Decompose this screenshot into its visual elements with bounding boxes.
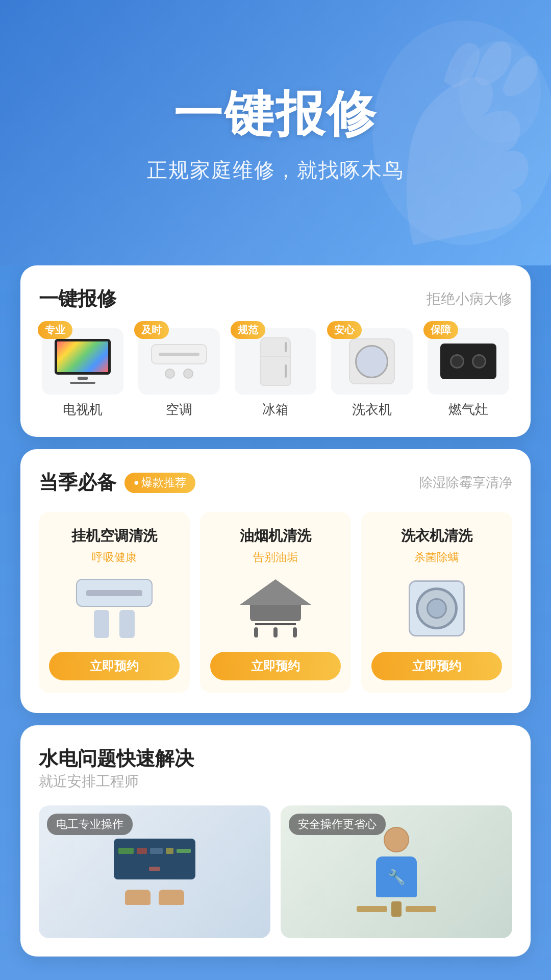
hood-cleaning-tag: 告别油垢 <box>253 550 298 565</box>
appliance-fridge[interactable]: 规范 冰箱 <box>232 328 320 419</box>
seasonal-title-row: 当季必备 ● 爆款推荐 <box>39 470 195 496</box>
appliance-stove[interactable]: 保障 燃气灶 <box>424 328 512 419</box>
ac-cleaning-image <box>49 575 180 642</box>
plumbing-images: 电工专业操作 🔧 <box>39 805 512 938</box>
ac-label: 空调 <box>166 401 192 419</box>
appliance-row: 专业 电视机 及时 <box>39 328 512 419</box>
stove-image-wrap: 保障 <box>428 328 509 395</box>
washer-cleaning-book-button[interactable]: 立即预约 <box>371 652 502 680</box>
ac-image-wrap: 及时 <box>138 328 220 395</box>
ac-badge: 及时 <box>134 321 169 339</box>
repair-card-header: 一键报修 拒绝小病大修 <box>39 286 512 312</box>
seasonal-subtitle: 除湿除霉享清净 <box>419 474 512 492</box>
appliance-washer[interactable]: 安心 洗衣机 <box>328 328 416 419</box>
hot-badge: ● 爆款推荐 <box>124 473 195 493</box>
fridge-badge: 规范 <box>231 321 265 339</box>
washer-cleaning-title: 洗衣机清洗 <box>401 526 472 546</box>
hero-subtitle: 正规家庭维修，就找啄木鸟 <box>147 156 404 184</box>
washer-cleaning-image <box>371 575 502 642</box>
hot-badge-text: 爆款推荐 <box>141 475 186 491</box>
hood-cleaning-image <box>210 575 341 642</box>
washer-icon <box>341 338 403 384</box>
plumbing-image[interactable]: 🔧 安全操作更省心 <box>281 805 512 938</box>
hood-cleaning-book-button[interactable]: 立即预约 <box>210 652 341 680</box>
fridge-image-wrap: 规范 <box>235 328 316 395</box>
appliance-ac[interactable]: 及时 空调 <box>135 328 223 419</box>
tv-icon <box>52 338 113 384</box>
plumbing-header: 水电问题快速解决 就近安排工程师 <box>39 746 512 791</box>
hero-section: 一键报修 正规家庭维修，就找啄木鸟 <box>0 0 551 265</box>
plumbing-subtitle: 就近安排工程师 <box>39 772 512 791</box>
ac-cleaning-book-button[interactable]: 立即预约 <box>49 652 180 680</box>
hero-title: 一键报修 <box>173 82 378 148</box>
appliance-tv[interactable]: 专业 电视机 <box>39 328 127 419</box>
seasonal-title: 当季必备 <box>39 470 116 496</box>
washer-cleaning-card[interactable]: 洗衣机清洗 杀菌除螨 立即预约 <box>361 512 512 693</box>
stove-label: 燃气灶 <box>448 401 488 419</box>
service-cards: 挂机空调清洗 呼吸健康 立即预约 <box>39 512 512 693</box>
ac-cleaning-tag: 呼吸健康 <box>92 550 137 565</box>
repair-card-subtitle: 拒绝小病大修 <box>427 289 512 309</box>
plumbing-title: 水电问题快速解决 <box>39 746 512 772</box>
tv-image-wrap: 专业 <box>42 328 123 395</box>
stove-icon <box>438 338 499 384</box>
fridge-icon <box>245 338 306 384</box>
seasonal-card: 当季必备 ● 爆款推荐 除湿除霉享清净 挂机空调清洗 呼吸健康 <box>20 449 531 713</box>
ac-cleaning-title: 挂机空调清洗 <box>71 526 157 546</box>
hood-cleaning-card[interactable]: 油烟机清洗 告别油垢 立即预约 <box>200 512 351 693</box>
repair-card-title: 一键报修 <box>39 286 116 312</box>
washer-cleaning-tag: 杀菌除螨 <box>414 550 459 565</box>
plumbing-card: 水电问题快速解决 就近安排工程师 <box>20 725 531 957</box>
washer-image-wrap: 安心 <box>331 328 413 395</box>
washer-label: 洗衣机 <box>352 401 392 419</box>
stove-badge: 保障 <box>423 321 458 339</box>
washer-badge: 安心 <box>327 321 362 339</box>
ac-cleaning-card[interactable]: 挂机空调清洗 呼吸健康 立即预约 <box>39 512 190 693</box>
repair-card: 一键报修 拒绝小病大修 专业 电视机 <box>20 265 531 437</box>
electrical-label: 电工专业操作 <box>47 814 133 835</box>
seasonal-header: 当季必备 ● 爆款推荐 除湿除霉享清净 <box>39 470 512 496</box>
tv-badge: 专业 <box>38 321 72 339</box>
ac-icon <box>148 338 210 384</box>
safety-label: 安全操作更省心 <box>289 814 386 835</box>
hood-cleaning-title: 油烟机清洗 <box>240 526 311 546</box>
tv-label: 电视机 <box>63 401 103 419</box>
electrical-image[interactable]: 电工专业操作 <box>39 805 270 938</box>
fridge-label: 冰箱 <box>262 401 289 419</box>
